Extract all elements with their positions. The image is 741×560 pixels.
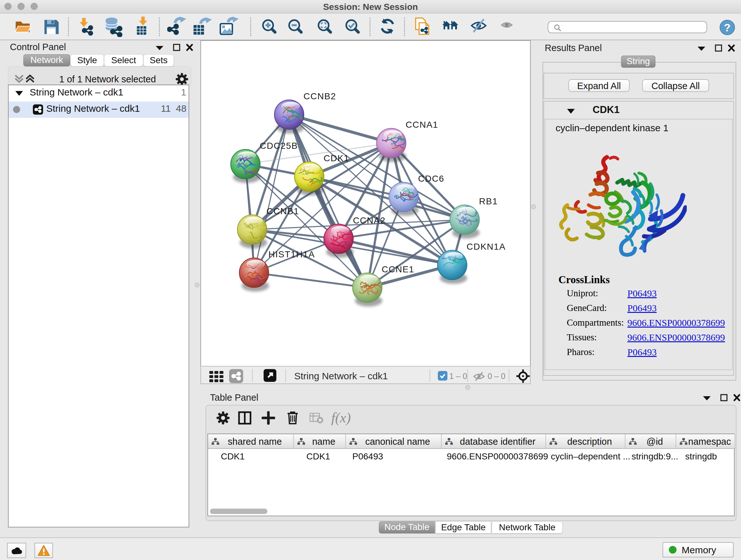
svg-text:CCNB1: CCNB1 (266, 206, 299, 216)
svg-text:?: ? (724, 21, 731, 34)
svg-text:HIST1H1A: HIST1H1A (268, 249, 315, 259)
svg-text:CDC25B: CDC25B (260, 141, 298, 151)
svg-text:CDC6: CDC6 (418, 174, 444, 184)
svg-text:CCNA2: CCNA2 (353, 215, 386, 226)
svg-text:CCNB2: CCNB2 (304, 91, 336, 101)
svg-text:CDKN1A: CDKN1A (467, 242, 506, 252)
svg-text:RB1: RB1 (479, 196, 498, 206)
svg-text:CCNA1: CCNA1 (406, 120, 438, 130)
svg-text:CDK1: CDK1 (324, 153, 349, 163)
svg-text:CCNE1: CCNE1 (382, 264, 414, 274)
